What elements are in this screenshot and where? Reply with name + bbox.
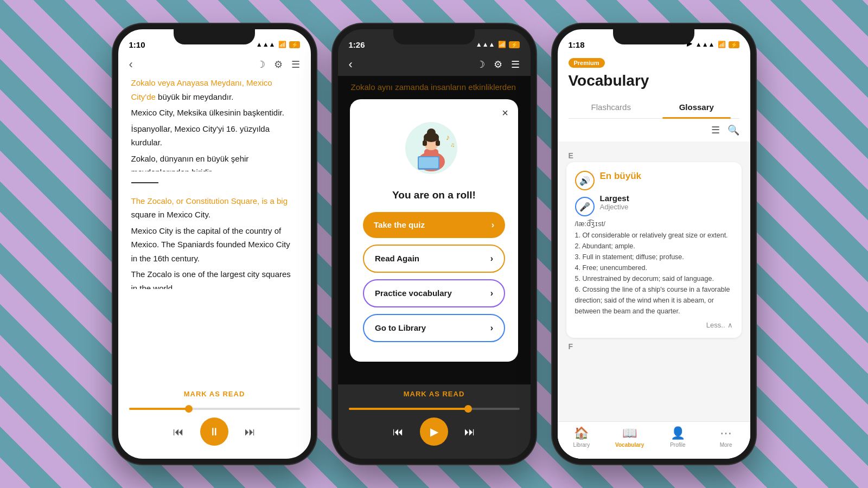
signal-icon: ▲▲▲ bbox=[476, 41, 495, 48]
progress-fill-2 bbox=[349, 408, 469, 410]
skip-back-icon-2[interactable]: ⏮ bbox=[393, 426, 404, 438]
vocabulary-label: Vocabulary bbox=[615, 442, 644, 448]
progress-bar-1[interactable] bbox=[129, 408, 300, 410]
settings-icon-2[interactable]: ⚙ bbox=[494, 59, 502, 70]
go-to-library-button[interactable]: Go to Library › bbox=[363, 314, 505, 342]
tab-glossary[interactable]: Glossary bbox=[654, 96, 739, 118]
phone2-nav: ‹ ☽ ⚙ ☰ bbox=[338, 53, 531, 76]
word-card-row-1: 🔊 En büyük bbox=[575, 171, 733, 190]
wifi-icon-3: 📶 bbox=[718, 41, 726, 48]
progress-bar-2[interactable] bbox=[349, 408, 520, 410]
nav-more[interactable]: ⋯ More bbox=[702, 426, 750, 448]
word-term: En büyük bbox=[600, 171, 733, 182]
arrow-icon-3: › bbox=[490, 288, 493, 298]
more-icon: ⋯ bbox=[720, 426, 732, 440]
phone2-time: 1:26 bbox=[349, 40, 365, 49]
play-button-2[interactable]: ▶ bbox=[420, 418, 448, 446]
moon-icon-2[interactable]: ☽ bbox=[476, 59, 485, 70]
back-icon-2[interactable]: ‹ bbox=[349, 57, 353, 72]
bottom-nav: 🏠 Library 📖 Vocabulary 👤 Profile ⋯ More bbox=[558, 421, 750, 459]
arrow-icon-1: › bbox=[492, 220, 494, 230]
arrow-icon-2: › bbox=[490, 254, 493, 264]
library-label: Library bbox=[573, 442, 590, 448]
word-definition: 1. Of considerable or relatively great s… bbox=[575, 230, 733, 317]
signal-icon: ▲▲▲ bbox=[256, 41, 276, 48]
less-button[interactable]: Less.. ∧ bbox=[575, 321, 733, 329]
progress-thumb-1 bbox=[185, 405, 193, 413]
phone2-nav-icons: ☽ ⚙ ☰ bbox=[476, 59, 520, 70]
back-icon[interactable]: ‹ bbox=[129, 57, 133, 72]
phone2: 1:26 ▲▲▲ 📶 ⚡ ‹ ☽ ⚙ ☰ Zokalo aynı zamanda… bbox=[333, 24, 536, 464]
svg-text:♪: ♪ bbox=[446, 133, 450, 142]
read-again-button[interactable]: Read Again › bbox=[363, 245, 505, 273]
mic-button[interactable]: 🎤 bbox=[575, 197, 595, 216]
phone1-nav: ‹ ☽ ⚙ ☰ bbox=[118, 53, 311, 76]
skip-forward-icon[interactable]: ⏭ bbox=[245, 426, 256, 438]
vocab-header: Premium Vocabulary Flashcards Glossary bbox=[558, 53, 750, 119]
list-icon-2[interactable]: ☰ bbox=[511, 59, 520, 70]
moon-icon[interactable]: ☽ bbox=[257, 59, 265, 70]
modal-illustration: ♪ ♫ bbox=[401, 115, 467, 181]
search-toolbar-icon[interactable]: 🔍 bbox=[727, 124, 739, 136]
phone1-notch bbox=[174, 29, 255, 44]
svg-text:♫: ♫ bbox=[450, 142, 455, 148]
settings-icon[interactable]: ⚙ bbox=[274, 59, 283, 70]
battery-icon-3: ⚡ bbox=[729, 41, 739, 48]
mark-as-read-2[interactable]: MARK AS READ bbox=[338, 384, 531, 403]
phone3: 1:18 ⯈ ▲▲▲ 📶 ⚡ Premium Vocabulary Flashc… bbox=[552, 24, 756, 464]
word-translation: Largest bbox=[600, 194, 733, 203]
take-quiz-label: Take the quiz bbox=[374, 220, 425, 229]
reading-text-2: The Zocalo, or Constitution Square, is a… bbox=[118, 194, 311, 290]
wifi-icon: 📶 bbox=[498, 41, 506, 48]
para6: Mexico City is the capital of the countr… bbox=[131, 224, 298, 266]
less-label: Less.. bbox=[706, 321, 725, 329]
nav-library[interactable]: 🏠 Library bbox=[558, 426, 606, 448]
phone1-time: 1:10 bbox=[129, 40, 145, 49]
divider bbox=[131, 182, 158, 183]
mark-as-read-1[interactable]: MARK AS READ bbox=[118, 384, 311, 403]
modal-close-button[interactable]: × bbox=[502, 107, 508, 119]
reading-text-1: Zokalo veya Anayasa Meydanı, Mexico City… bbox=[118, 76, 311, 171]
phone2-notch bbox=[393, 29, 475, 44]
pause-button[interactable]: ⏸ bbox=[200, 418, 228, 446]
audio-controls-2: ⏮ ▶ ⏭ bbox=[349, 418, 520, 446]
nav-profile[interactable]: 👤 Profile bbox=[654, 426, 702, 448]
filter-icon[interactable]: ☰ bbox=[711, 124, 720, 136]
vocabulary-icon: 📖 bbox=[622, 426, 637, 440]
nav-vocabulary[interactable]: 📖 Vocabulary bbox=[605, 426, 654, 448]
word-card-en-buyuk: 🔊 En büyük 🎤 Largest Adjective /læ:d͡ʒɪs… bbox=[566, 162, 742, 338]
phone1: 1:10 ▲▲▲ 📶 ⚡ ‹ ☽ ⚙ ☰ Zokalo veya Anayasa… bbox=[113, 24, 316, 464]
para5-highlight: The Zocalo, or Constitution Square, is a… bbox=[131, 196, 288, 206]
signal-icon-3: ▲▲▲ bbox=[695, 41, 715, 48]
para7: The Zocalo is one of the largest city sq… bbox=[131, 267, 298, 289]
section-f-label: F bbox=[569, 342, 739, 351]
para1-rest: büyük bir meydandır. bbox=[158, 92, 233, 101]
vocab-toolbar: ☰ 🔍 bbox=[558, 119, 750, 142]
section-e-label: E bbox=[569, 151, 742, 160]
list-icon[interactable]: ☰ bbox=[291, 59, 300, 70]
tab-flashcards[interactable]: Flashcards bbox=[569, 96, 654, 118]
para5-rest: square in Mexico City. bbox=[131, 210, 210, 219]
modal-overlay: × bbox=[338, 76, 531, 384]
skip-forward-icon-2[interactable]: ⏭ bbox=[464, 426, 475, 438]
speaker-button[interactable]: 🔊 bbox=[575, 171, 595, 190]
modal-dialog: × bbox=[350, 99, 518, 362]
battery-icon: ⚡ bbox=[509, 41, 520, 48]
battery-icon: ⚡ bbox=[289, 41, 300, 48]
word-phonetic: /læ:d͡ʒɪst/ bbox=[575, 220, 733, 228]
practice-vocab-button[interactable]: Practice vocabulary › bbox=[363, 279, 505, 307]
audio-player-2: ⏮ ▶ ⏭ bbox=[338, 403, 531, 459]
practice-vocab-label: Practice vocabulary bbox=[375, 288, 452, 298]
progress-fill-1 bbox=[129, 408, 189, 410]
premium-badge: Premium bbox=[569, 58, 605, 68]
phone2-bg: Zokalo aynı zamanda insanların etkinlikl… bbox=[338, 76, 531, 384]
chevron-up-icon: ∧ bbox=[727, 321, 733, 329]
wifi-icon: 📶 bbox=[278, 41, 286, 48]
take-quiz-button[interactable]: Take the quiz › bbox=[363, 212, 505, 238]
skip-back-icon[interactable]: ⏮ bbox=[173, 426, 184, 438]
profile-icon: 👤 bbox=[671, 426, 685, 440]
phone2-status-icons: ▲▲▲ 📶 ⚡ bbox=[476, 41, 520, 48]
phone3-time: 1:18 bbox=[569, 40, 585, 49]
profile-label: Profile bbox=[670, 442, 685, 448]
more-label: More bbox=[720, 442, 732, 448]
